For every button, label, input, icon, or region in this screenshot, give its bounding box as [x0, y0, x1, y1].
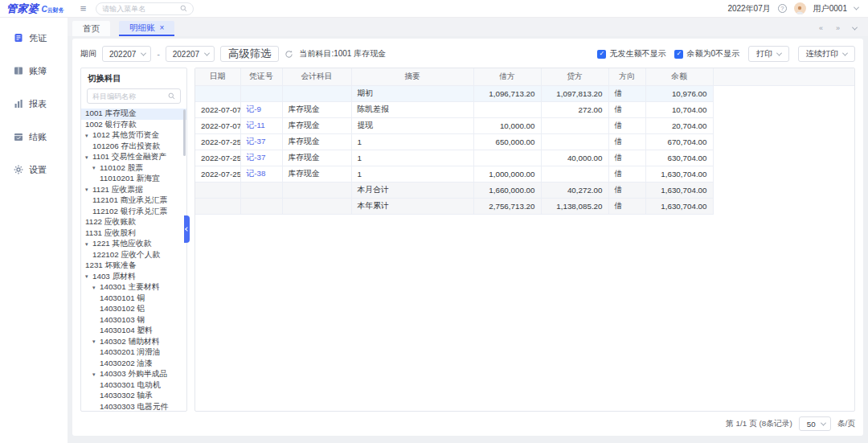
tree-expand-icon[interactable]: ▾ — [92, 371, 100, 378]
column-header: 借方 — [473, 68, 541, 85]
tree-expand-icon[interactable]: ▾ — [92, 165, 100, 171]
tree-item[interactable]: ▾1403 原材料 — [81, 272, 186, 283]
tree-item[interactable]: 112101 商业承兑汇票 — [81, 195, 186, 207]
table-row: 2022-07-07记-11库存现金提现10,000.00借20,704.00 — [195, 117, 854, 133]
sidebar-item-voucher[interactable]: 凭证 — [0, 32, 68, 43]
account-search[interactable] — [87, 88, 181, 104]
cell-voucher: 记-9 — [240, 101, 282, 117]
close-tab-icon[interactable]: × — [160, 24, 165, 32]
tree-expand-icon[interactable]: ▾ — [92, 338, 100, 345]
menu-search-input[interactable] — [102, 5, 180, 13]
tabs-menu-chevron-icon[interactable] — [852, 24, 858, 30]
tree-item-label: 14030101 铜 — [100, 293, 145, 304]
account-tree-panel: 切换科目 1001 库存现金1002 银行存款▾1012 其他货币资金10120… — [80, 68, 187, 412]
tree-item[interactable]: ▾140301 主要材料 — [81, 282, 186, 293]
tree-item[interactable]: 1231 坏账准备 — [81, 260, 186, 272]
voucher-link[interactable]: 记-11 — [247, 121, 265, 129]
cell-credit: 272.00 — [541, 101, 608, 117]
sidebar: 凭证账簿报表结账设置 — [0, 18, 68, 443]
tree-item[interactable]: 14030104 塑料 — [81, 326, 186, 337]
tree-expand-icon[interactable]: ▾ — [92, 285, 100, 291]
prev-tabs-icon[interactable]: « — [819, 24, 823, 32]
tree-expand-icon[interactable]: ▾ — [85, 241, 92, 248]
cell-credit: 1,138,085.20 — [541, 198, 608, 214]
refresh-icon[interactable] — [285, 50, 293, 59]
tree-item[interactable]: ▾140303 外购半成品 — [81, 369, 186, 380]
tree-item[interactable]: ▾1121 应收票据 — [81, 185, 186, 196]
print-button[interactable]: 打印 — [748, 46, 789, 62]
tree-collapse-handle[interactable] — [184, 215, 190, 243]
sidebar-item-closing[interactable]: 结账 — [0, 131, 68, 142]
checkbox-label: 无发生额不显示 — [609, 48, 665, 59]
sidebar-item-settings[interactable]: 设置 — [0, 164, 68, 175]
tree-item[interactable]: ▾1221 其他应收款 — [81, 239, 186, 250]
voucher-link[interactable]: 记-37 — [247, 153, 266, 162]
tree-item[interactable]: ▾1101 交易性金融资产 — [81, 152, 186, 163]
tree-item[interactable]: 14030301 电动机 — [81, 380, 186, 392]
sidebar-item-ledger[interactable]: 账簿 — [0, 65, 68, 76]
tree-item[interactable]: ▾1012 其他货币资金 — [81, 130, 186, 142]
tree-item[interactable]: 1002 银行存款 — [81, 120, 186, 131]
period-to-select[interactable]: 202207 — [166, 46, 215, 62]
app-logo: 管家婆 C 云财务 — [6, 2, 64, 16]
tree-item[interactable]: 122102 应收个人款 — [81, 250, 186, 261]
menu-toggle-icon[interactable]: ≡ — [80, 3, 87, 14]
voucher-link[interactable]: 记-9 — [247, 105, 262, 113]
table-row: 本月合计1,660,000.0040,272.00借1,630,704.00 — [195, 182, 854, 198]
voucher-link[interactable]: 记-38 — [247, 169, 266, 178]
cell-filler — [713, 117, 854, 133]
voucher-link[interactable]: 记-37 — [247, 137, 266, 146]
tree-item[interactable]: 14030202 油漆 — [81, 359, 186, 370]
tree-item-label: 140301 主要材料 — [100, 282, 160, 293]
tree-item[interactable]: 14030103 钢 — [81, 315, 186, 326]
tree-item[interactable]: 1131 应收股利 — [81, 228, 186, 240]
tree-item[interactable]: 14030201 润滑油 — [81, 347, 186, 359]
voucher-icon — [14, 33, 23, 43]
username[interactable]: 用户0001 — [813, 3, 847, 14]
cell-balance: 1,630,704.00 — [645, 182, 713, 198]
menu-search[interactable] — [96, 2, 194, 15]
tree-item[interactable]: 101206 存出投资款 — [81, 142, 186, 153]
help-icon[interactable]: ? — [778, 4, 787, 13]
tree-item[interactable]: 1122 应收账款 — [81, 217, 186, 228]
cell-credit — [541, 166, 608, 182]
tree-item[interactable]: 14030303 电器元件 — [81, 402, 186, 412]
checkbox-hide-no-activity[interactable]: ✓无发生额不显示 — [597, 48, 665, 59]
closing-icon — [14, 132, 23, 142]
tab-detail-ledger[interactable]: 明细账× — [119, 21, 174, 36]
checkbox-checked-icon: ✓ — [597, 50, 606, 59]
tree-expand-icon[interactable]: ▾ — [85, 133, 92, 139]
print-continuous-button[interactable]: 连续打印 — [798, 46, 855, 62]
sidebar-item-report[interactable]: 报表 — [0, 98, 68, 109]
period-from-select[interactable]: 202207 — [102, 46, 151, 62]
tree-item[interactable]: 112102 银行承兑汇票 — [81, 207, 186, 218]
tree-item[interactable]: ▾140302 辅助材料 — [81, 337, 186, 348]
advanced-filter-button[interactable]: 高级筛选 — [220, 46, 279, 62]
page-size-select[interactable]: 50 — [799, 416, 831, 431]
tree-expand-icon[interactable]: ▾ — [85, 187, 92, 193]
tree-item[interactable]: 14030101 铜 — [81, 293, 186, 305]
avatar[interactable] — [794, 2, 806, 14]
account-search-input[interactable] — [92, 92, 168, 100]
tree-expand-icon[interactable]: ▾ — [85, 273, 92, 280]
column-header: 贷方 — [541, 68, 608, 85]
cell-account: 库存现金 — [282, 101, 351, 117]
next-tabs-icon[interactable]: » — [836, 24, 840, 32]
tree-scrollbar[interactable] — [183, 109, 186, 156]
column-header-filler — [713, 68, 854, 85]
tree-title: 切换科目 — [81, 68, 186, 88]
checkbox-hide-zero-balance[interactable]: ✓余额为0不显示 — [674, 48, 739, 59]
tab-home[interactable]: 首页 — [72, 21, 110, 36]
tree-item[interactable]: 1001 库存现金 — [81, 109, 186, 120]
table-row: 2022-07-25记-37库存现金1650,000.00借670,704.00 — [195, 133, 854, 150]
tree-item-label: 14030301 电动机 — [100, 380, 161, 391]
tree-expand-icon[interactable]: ▾ — [85, 154, 92, 161]
tree-item[interactable]: ▾110102 股票 — [81, 163, 186, 174]
cell-voucher: 记-38 — [240, 166, 282, 182]
tab-bar: 首页明细账× « » — [68, 18, 868, 36]
tree-item[interactable]: 11010201 新海宜 — [81, 174, 186, 185]
tree-item[interactable]: 14030102 铝 — [81, 304, 186, 315]
tree-item[interactable]: 14030302 轴承 — [81, 391, 186, 402]
user-menu-chevron-icon[interactable] — [854, 5, 859, 10]
cell-date: 2022-07-25 — [195, 166, 240, 182]
